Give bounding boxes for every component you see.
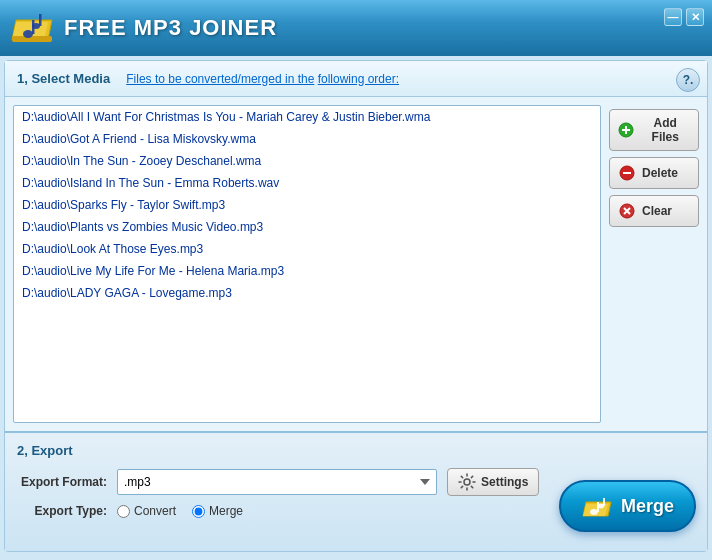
delete-icon <box>618 164 636 182</box>
help-button[interactable]: ?. <box>676 68 700 92</box>
list-item[interactable]: D:\audio\All I Want For Christmas Is You… <box>14 106 600 128</box>
file-list[interactable]: D:\audio\All I Want For Christmas Is You… <box>13 105 601 423</box>
clear-button[interactable]: Clear <box>609 195 699 227</box>
section1-content: D:\audio\All I Want For Christmas Is You… <box>5 97 707 431</box>
delete-label: Delete <box>642 166 678 180</box>
merge-button[interactable]: Merge <box>559 480 696 532</box>
window-controls: — ✕ <box>664 8 704 26</box>
delete-button[interactable]: Delete <box>609 157 699 189</box>
svg-rect-6 <box>39 14 42 26</box>
add-icon <box>618 121 635 139</box>
section2-title: 2, Export <box>17 443 695 458</box>
svg-point-3 <box>23 30 33 38</box>
settings-label: Settings <box>481 475 528 489</box>
export-type-label: Export Type: <box>17 504 107 518</box>
svg-rect-11 <box>623 172 631 174</box>
title-bar: FREE MP3 JOINER — ✕ <box>0 0 712 56</box>
list-item[interactable]: D:\audio\LADY GAGA - Lovegame.mp3 <box>14 282 600 304</box>
export-format-label: Export Format: <box>17 475 107 489</box>
minimize-button[interactable]: — <box>664 8 682 26</box>
app-title: FREE MP3 JOINER <box>64 15 277 41</box>
svg-rect-2 <box>12 36 52 42</box>
app-icon <box>8 4 56 52</box>
convert-radio[interactable] <box>117 505 130 518</box>
settings-button[interactable]: Settings <box>447 468 539 496</box>
export-type-options: Convert Merge <box>117 504 243 518</box>
svg-point-18 <box>590 509 598 515</box>
list-item[interactable]: D:\audio\Got A Friend - Lisa Miskovsky.w… <box>14 128 600 150</box>
main-container: 1, Select Media Files to be converted/me… <box>4 60 708 552</box>
merge-radio[interactable] <box>192 505 205 518</box>
list-item[interactable]: D:\audio\Island In The Sun - Emma Robert… <box>14 172 600 194</box>
merge-label: Merge <box>209 504 243 518</box>
svg-rect-9 <box>622 129 630 131</box>
clear-icon <box>618 202 636 220</box>
list-item[interactable]: D:\audio\Sparks Fly - Taylor Swift.mp3 <box>14 194 600 216</box>
list-item[interactable]: D:\audio\Live My Life For Me - Helena Ma… <box>14 260 600 282</box>
merge-option[interactable]: Merge <box>192 504 243 518</box>
svg-point-15 <box>464 479 470 485</box>
merge-button-label: Merge <box>621 496 674 517</box>
section1-title: 1, Select Media <box>17 71 110 86</box>
convert-label: Convert <box>134 504 176 518</box>
section1-header: 1, Select Media Files to be converted/me… <box>5 61 707 97</box>
add-files-button[interactable]: Add Files <box>609 109 699 151</box>
right-buttons: Add Files Delete <box>609 105 699 423</box>
close-button[interactable]: ✕ <box>686 8 704 26</box>
svg-rect-21 <box>603 498 605 506</box>
merge-btn-icon <box>581 490 613 522</box>
list-item[interactable]: D:\audio\Plants vs Zombies Music Video.m… <box>14 216 600 238</box>
section1-description: Files to be converted/merged in the foll… <box>126 72 399 86</box>
list-item[interactable]: D:\audio\In The Sun - Zooey Deschanel.wm… <box>14 150 600 172</box>
clear-label: Clear <box>642 204 672 218</box>
export-format-select[interactable]: .mp3.wav.wma.ogg.flac <box>117 469 437 495</box>
convert-option[interactable]: Convert <box>117 504 176 518</box>
add-files-label: Add Files <box>641 116 691 144</box>
list-item[interactable]: D:\audio\Look At Those Eyes.mp3 <box>14 238 600 260</box>
merge-button-container: Merge <box>559 480 696 532</box>
svg-point-5 <box>32 23 40 29</box>
content-area: D:\audio\All I Want For Christmas Is You… <box>5 97 707 431</box>
gear-icon <box>458 473 476 491</box>
